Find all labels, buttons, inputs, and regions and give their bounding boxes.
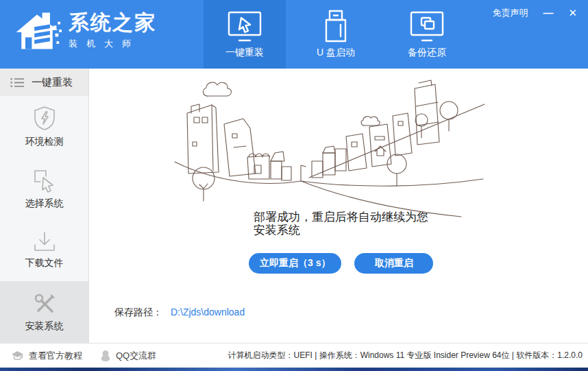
restart-now-button[interactable]: 立即重启（3 s） — [249, 253, 341, 274]
download-icon — [33, 231, 56, 252]
sidebar-step-download-file: 下载文件 — [0, 219, 88, 281]
qq-group-link[interactable]: QQ交流群 — [100, 350, 156, 362]
tab-usb-boot[interactable]: U 盘启动 — [295, 0, 377, 69]
tab-backup-restore[interactable]: 备份还原 — [386, 0, 468, 69]
backup-restore-icon — [408, 9, 445, 45]
sidebar-header: 一键重装 — [0, 69, 88, 96]
shield-bolt-icon — [33, 106, 56, 131]
cursor-select-icon — [32, 168, 57, 193]
sidebar-step-env-check: 环境检测 — [0, 96, 88, 158]
tab-onekey-reinstall[interactable]: 一键重装 — [204, 0, 286, 69]
app-logo: 系统之家 装机大师 — [12, 8, 156, 53]
city-illustration — [167, 71, 490, 217]
official-tutorial-link[interactable]: 查看官方教程 — [11, 350, 82, 362]
deploy-success-message: 部署成功，重启后将自动继续为您安装系统 — [254, 211, 433, 237]
disclaimer-link[interactable]: 免责声明 — [492, 7, 528, 19]
monitor-cursor-icon — [226, 9, 263, 45]
step-label: 环境检测 — [25, 136, 64, 148]
qq-penguin-icon — [100, 350, 111, 362]
step-label: 选择系统 — [25, 198, 64, 210]
tab-label: 一键重装 — [225, 47, 264, 59]
tab-label: 备份还原 — [408, 47, 446, 59]
sidebar-step-install-system: 安装系统 — [0, 281, 88, 343]
logo-text: 系统之家 装机大师 — [69, 12, 156, 50]
qq-group-label: QQ交流群 — [116, 350, 156, 362]
desktop-wallpaper-strip — [0, 368, 588, 371]
house-logo-icon — [12, 8, 62, 53]
usb-drive-icon — [321, 9, 351, 45]
minimize-button[interactable]: — — [543, 7, 553, 19]
logo-subtitle: 装机大师 — [69, 38, 156, 50]
step-label: 安装系统 — [25, 320, 64, 333]
status-bar: 查看官方教程 QQ交流群 计算机启动类型：UEFI | 操作系统：Windows… — [0, 343, 588, 368]
close-button[interactable]: ✕ — [568, 7, 577, 19]
restart-buttons: 立即重启（3 s） 取消重启 — [249, 253, 433, 274]
list-icon — [10, 77, 24, 88]
save-path-row: 保存路径： D:\Zjds\download — [114, 307, 245, 319]
sidebar-header-label: 一键重装 — [32, 76, 73, 89]
system-info: 计算机启动类型：UEFI | 操作系统：Windows 11 专业版 Insid… — [228, 350, 583, 361]
save-path-label: 保存路径： — [114, 307, 162, 319]
sidebar: 一键重装 环境检测 选择系统 下载文件 安装系统 — [0, 69, 89, 343]
tab-label: U 盘启动 — [317, 47, 355, 59]
cancel-restart-button[interactable]: 取消重启 — [354, 253, 433, 274]
main-content: 部署成功，重启后将自动继续为您安装系统 立即重启（3 s） 取消重启 保存路径：… — [90, 69, 588, 343]
logo-title: 系统之家 — [69, 12, 156, 34]
official-tutorial-label: 查看官方教程 — [29, 350, 82, 362]
sidebar-step-select-system: 选择系统 — [0, 158, 88, 219]
graduation-cap-icon — [11, 350, 24, 361]
save-path-link[interactable]: D:\Zjds\download — [171, 307, 245, 319]
window-controls: 免责声明 — ✕ — [492, 7, 577, 19]
step-label: 下载文件 — [25, 257, 64, 270]
tools-icon — [33, 292, 56, 315]
app-header: 系统之家 装机大师 一键重装 U 盘启动 — [0, 0, 588, 69]
